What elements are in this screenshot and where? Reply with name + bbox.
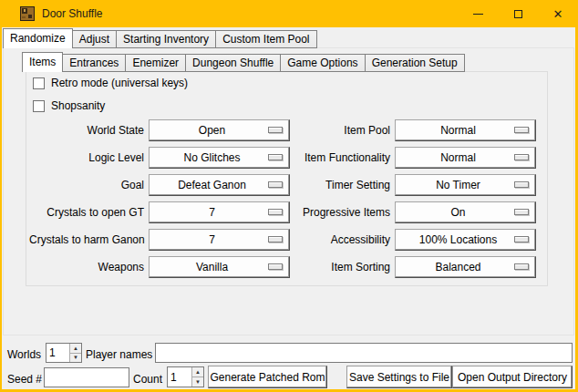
tab-randomize[interactable]: Randomize (3, 28, 73, 48)
save-settings-button[interactable]: Save Settings to File (346, 366, 452, 388)
weapons-label: Weapons (29, 261, 149, 273)
spin-up-icon: ▲ (73, 346, 78, 351)
dropdown-indicator-icon (268, 181, 283, 188)
worlds-spinner-arrows: ▲ ▼ (69, 344, 81, 362)
crystals-harm-ganon-label: Crystals to harm Ganon (29, 233, 149, 246)
dropdown-indicator-icon (514, 127, 529, 133)
dropdown-indicator-icon (514, 209, 529, 215)
dropdown-indicator-icon (268, 154, 283, 160)
timer-setting-value: No Timer (436, 179, 480, 191)
window-controls: ✕ (458, 0, 578, 27)
dropdown-indicator-icon (514, 263, 529, 270)
goal-label: Goal (29, 179, 149, 191)
dropdown-indicator-icon (514, 236, 529, 242)
crystals-open-gt-value: 7 (209, 206, 215, 219)
world-state-dropdown[interactable]: Open (149, 119, 290, 141)
door-shuffle-window: Door Shuffle ✕ Randomize Adjust Starting… (0, 0, 578, 392)
maximize-button[interactable] (498, 0, 538, 27)
player-names-input[interactable] (155, 343, 573, 363)
crystals-open-gt-dropdown[interactable]: 7 (149, 201, 290, 223)
item-functionality-value: Normal (440, 151, 476, 164)
spin-down-icon: ▼ (73, 355, 78, 360)
weapons-dropdown[interactable]: Vanilla (149, 256, 290, 278)
dropdown-indicator-icon (514, 154, 529, 160)
item-functionality-label: Item Functionality (284, 151, 395, 164)
spin-down-button[interactable]: ▼ (70, 354, 81, 363)
dropdown-indicator-icon (268, 127, 283, 133)
item-pool-label: Item Pool (284, 124, 395, 137)
open-output-directory-button[interactable]: Open Output Directory (452, 366, 573, 388)
spin-up-icon: ▲ (195, 369, 201, 375)
minimize-icon (473, 14, 483, 15)
tab-items[interactable]: Items (22, 52, 63, 72)
item-functionality-dropdown[interactable]: Normal (395, 147, 536, 169)
item-pool-dropdown[interactable]: Normal (395, 119, 536, 141)
dropdown-indicator-icon (268, 209, 283, 215)
retro-mode-checkbox[interactable] (33, 77, 45, 89)
goal-value: Defeat Ganon (178, 179, 246, 191)
options-column-left: World State Open Logic Level No Glitches… (29, 119, 290, 284)
maximize-icon (514, 10, 522, 18)
item-sorting-value: Balanced (435, 261, 480, 273)
count-spinner-arrows: ▲ ▼ (191, 367, 203, 387)
worlds-label: Worlds (7, 348, 41, 361)
progressive-items-label: Progressive Items (284, 206, 395, 219)
minimize-button[interactable] (458, 0, 498, 27)
count-label: Count (133, 373, 162, 386)
generate-patched-rom-button[interactable]: Generate Patched Rom (208, 366, 327, 388)
tab-dungeon-shuffle[interactable]: Dungeon Shuffle (185, 54, 281, 72)
worlds-value: 1 (46, 344, 69, 362)
shopsanity-checkbox[interactable] (33, 100, 45, 112)
seed-label: Seed # (7, 373, 42, 386)
item-sorting-label: Item Sorting (284, 261, 395, 273)
tab-game-options[interactable]: Game Options (280, 54, 365, 72)
worlds-spinner[interactable]: 1 ▲ ▼ (46, 343, 82, 363)
player-names-label: Player names (86, 348, 152, 361)
inner-tab-bar: Items Entrances Enemizer Dungeon Shuffle… (22, 52, 464, 72)
spin-down-icon: ▼ (195, 379, 201, 385)
window-title: Door Shuffle (42, 7, 103, 20)
spin-up-button[interactable]: ▲ (70, 344, 81, 354)
accessibility-value: 100% Locations (419, 233, 497, 246)
titlebar: Door Shuffle ✕ (0, 0, 578, 27)
close-icon: ✕ (553, 8, 563, 20)
weapons-value: Vanilla (196, 261, 228, 273)
progressive-items-dropdown[interactable]: On (395, 201, 536, 223)
spin-down-button[interactable]: ▼ (192, 377, 203, 387)
count-value: 1 (168, 367, 191, 387)
seed-input[interactable] (44, 367, 129, 387)
crystals-open-gt-label: Crystals to open GT (29, 206, 149, 219)
options-column-right: Item Pool Normal Item Functionality Norm… (284, 119, 536, 284)
outer-tab-bar: Randomize Adjust Starting Inventory Cust… (3, 28, 316, 48)
shopsanity-row: Shopsanity (33, 99, 105, 112)
world-state-label: World State (29, 124, 149, 137)
logic-level-label: Logic Level (29, 151, 149, 164)
timer-setting-dropdown[interactable]: No Timer (395, 174, 536, 196)
door-icon (20, 6, 35, 21)
goal-dropdown[interactable]: Defeat Ganon (149, 174, 290, 196)
tab-custom-item-pool[interactable]: Custom Item Pool (215, 30, 316, 48)
progressive-items-value: On (450, 206, 465, 219)
tab-starting-inventory[interactable]: Starting Inventory (116, 30, 216, 48)
item-pool-value: Normal (440, 124, 476, 137)
tab-enemizer[interactable]: Enemizer (125, 54, 186, 72)
client-area: Randomize Adjust Starting Inventory Cust… (2, 27, 575, 389)
count-spinner[interactable]: 1 ▲ ▼ (167, 366, 204, 387)
spin-up-button[interactable]: ▲ (192, 367, 203, 377)
tab-adjust[interactable]: Adjust (72, 30, 117, 48)
close-button[interactable]: ✕ (538, 0, 578, 27)
dropdown-indicator-icon (268, 263, 283, 270)
timer-setting-label: Timer Setting (284, 179, 395, 191)
tab-entrances[interactable]: Entrances (62, 54, 126, 72)
logic-level-dropdown[interactable]: No Glitches (149, 147, 290, 169)
dropdown-indicator-icon (514, 181, 529, 188)
accessibility-dropdown[interactable]: 100% Locations (395, 229, 536, 251)
world-state-value: Open (199, 124, 225, 137)
logic-level-value: No Glitches (183, 151, 240, 164)
dropdown-indicator-icon (268, 236, 283, 242)
tab-generation-setup[interactable]: Generation Setup (365, 54, 465, 72)
item-sorting-dropdown[interactable]: Balanced (395, 256, 536, 278)
retro-mode-row: Retro mode (universal keys) (33, 77, 188, 89)
crystals-harm-ganon-value: 7 (209, 233, 215, 246)
crystals-harm-ganon-dropdown[interactable]: 7 (149, 229, 290, 251)
